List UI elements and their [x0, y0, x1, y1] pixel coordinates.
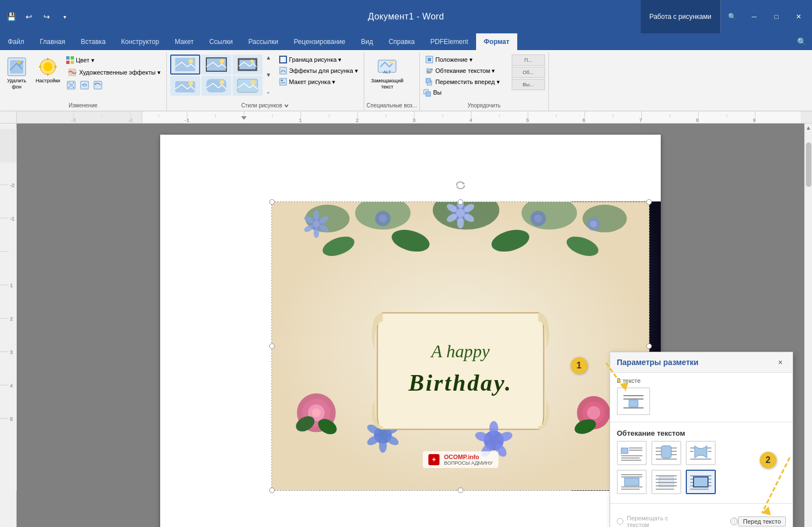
svg-text:3: 3 — [10, 349, 13, 355]
ribbon-group-adjust: Удалитьфон Настройки — [0, 52, 167, 111]
change-picture-button[interactable] — [79, 80, 90, 92]
handle-top-center[interactable] — [458, 199, 463, 205]
remove-background-button[interactable]: Удалитьфон — [3, 55, 30, 92]
move-forward-button[interactable]: Переместить вперед ▾ — [423, 77, 502, 87]
picture-layout-button[interactable]: Макет рисунка ▾ — [277, 77, 360, 87]
watermark: + OCOMP.info ВОПРОСЫ АДМИНУ — [423, 451, 498, 468]
ribbon-tab-bar: Файл Главная Вставка Конструктор Макет С… — [0, 33, 812, 50]
maximize-button[interactable]: □ — [765, 6, 788, 28]
scroll-up-button[interactable]: ▲ — [805, 124, 813, 131]
corrections-button[interactable]: Настройки — [32, 55, 63, 86]
redo-button[interactable]: ↪ — [39, 9, 55, 24]
tab-constructor[interactable]: Конструктор — [113, 33, 167, 50]
svg-rect-9 — [66, 56, 70, 60]
wrap-top-bottom-button[interactable] — [617, 470, 647, 494]
position-label: Положение ▾ — [435, 56, 473, 63]
watermark-site: OCOMP.info ВОПРОСЫ АДМИНУ — [444, 454, 493, 466]
svg-point-36 — [390, 61, 393, 64]
svg-text:-1: -1 — [10, 216, 14, 221]
panel-inline-section: В тексте — [610, 373, 793, 420]
tab-format[interactable]: Формат — [476, 33, 517, 50]
search-button[interactable]: 🔍 — [721, 6, 743, 28]
handle-middle-left[interactable] — [269, 343, 275, 349]
handle-bottom-center[interactable] — [458, 487, 463, 493]
minimize-button[interactable]: ─ — [743, 6, 765, 28]
styles-scroll-down[interactable]: ▼ — [266, 72, 271, 78]
selected-image-container[interactable]: A happy Birthday. — [271, 201, 650, 491]
border-icon — [279, 56, 287, 63]
tab-pdfelement[interactable]: PDFElement — [423, 33, 476, 50]
text-wrap-button[interactable]: Обтекание текстом ▾ — [423, 66, 502, 76]
tab-mailings[interactable]: Рассылки — [240, 33, 286, 50]
handle-top-left[interactable] — [269, 199, 275, 205]
picture-effects-button[interactable]: Эффекты для рисунка ▾ — [277, 66, 360, 76]
tab-view[interactable]: Вид — [353, 33, 381, 50]
wrap-through-button[interactable] — [686, 441, 716, 465]
expand-icon[interactable] — [284, 103, 289, 109]
customize-qat-button[interactable]: ▾ — [57, 9, 72, 24]
inline-with-text-button[interactable] — [617, 387, 650, 415]
undo-button[interactable]: ↩ — [21, 9, 37, 24]
save-button[interactable]: 💾 — [3, 9, 19, 24]
artistic-effects-label: Художественные эффекты ▾ — [79, 69, 161, 76]
svg-text:1: 1 — [299, 117, 302, 123]
style-thumb-2[interactable] — [201, 55, 231, 75]
handle-bottom-left[interactable] — [269, 487, 275, 493]
svg-text:5: 5 — [526, 117, 529, 123]
style-thumb-3[interactable] — [232, 55, 263, 75]
compress-pictures-button[interactable] — [66, 80, 77, 92]
style-thumb-6[interactable] — [232, 76, 263, 96]
arrange-col: Положение ▾ Обтекание текстом ▾ — [423, 55, 502, 98]
ribbon-group-special: ALT Замещающийтекст Специальные воз... — [364, 52, 420, 111]
artistic-effects-button[interactable]: Художественные эффекты ▾ — [66, 67, 163, 78]
send-back-icon — [423, 89, 431, 97]
svg-text:4: 4 — [469, 117, 472, 123]
svg-point-128 — [314, 228, 319, 238]
ribbon-group-arrange: Положение ▾ Обтекание текстом ▾ — [420, 52, 549, 111]
svg-point-118 — [379, 215, 387, 223]
special-group-label: Специальные воз... — [367, 101, 417, 111]
style-thumb-4[interactable] — [170, 76, 200, 96]
panel-close-button[interactable]: × — [775, 357, 786, 368]
send-back-button[interactable] — [423, 89, 431, 98]
svg-point-2 — [17, 61, 21, 64]
wrap-behind-button[interactable] — [651, 470, 681, 494]
tab-references[interactable]: Ссылки — [201, 33, 240, 50]
wrap-tight-button[interactable] — [651, 441, 681, 465]
move-with-text-radio[interactable] — [617, 518, 623, 525]
style-thumb-1[interactable] — [170, 55, 200, 75]
color-button[interactable]: Цвет ▾ — [76, 57, 95, 64]
handle-top-right[interactable] — [646, 199, 652, 205]
vertical-scrollbar[interactable]: ▲ — [804, 124, 812, 527]
position-button[interactable]: Положение ▾ — [423, 55, 502, 65]
svg-point-124 — [590, 221, 597, 228]
tab-insert[interactable]: Вставка — [73, 33, 113, 50]
alt-text-button[interactable]: ALT Замещающийтекст — [368, 55, 407, 92]
svg-point-27 — [220, 80, 224, 85]
style-thumb-5[interactable] — [201, 76, 231, 96]
wrap-front-button[interactable] — [686, 470, 716, 494]
scrollbar-thumb[interactable] — [806, 142, 811, 187]
svg-point-144 — [312, 408, 321, 417]
tab-review[interactable]: Рецензирование — [286, 33, 353, 50]
panel-divider-1 — [610, 422, 793, 422]
title-bar: 💾 ↩ ↪ ▾ Документ1 - Word Работа с рисунк… — [0, 0, 812, 33]
tab-home[interactable]: Главная — [32, 33, 73, 50]
work-with-images-label: Работа с рисунками — [641, 0, 721, 33]
search-tab-icon[interactable]: 🔍 — [791, 33, 812, 50]
rotate-handle[interactable] — [455, 180, 466, 191]
styles-scroll-up[interactable]: ▲ — [266, 55, 271, 61]
fix-position-btn[interactable]: Перед тексто — [738, 516, 786, 526]
reset-picture-button[interactable] — [92, 80, 103, 92]
panel-move-section: Перемещать стекстом ⓘ Перед тексто Зафик… — [610, 506, 793, 527]
svg-point-134 — [457, 218, 464, 229]
tab-help[interactable]: Справка — [381, 33, 423, 50]
close-button[interactable]: ✕ — [788, 6, 810, 28]
wrap-square-button[interactable] — [617, 441, 647, 465]
picture-border-button[interactable]: Граница рисунка ▾ — [277, 55, 360, 65]
tab-layout[interactable]: Макет — [167, 33, 201, 50]
handle-middle-right[interactable] — [646, 343, 652, 349]
tab-file[interactable]: Файл — [0, 33, 32, 50]
styles-more[interactable]: ⌄ — [266, 88, 271, 95]
svg-rect-89 — [801, 111, 812, 123]
